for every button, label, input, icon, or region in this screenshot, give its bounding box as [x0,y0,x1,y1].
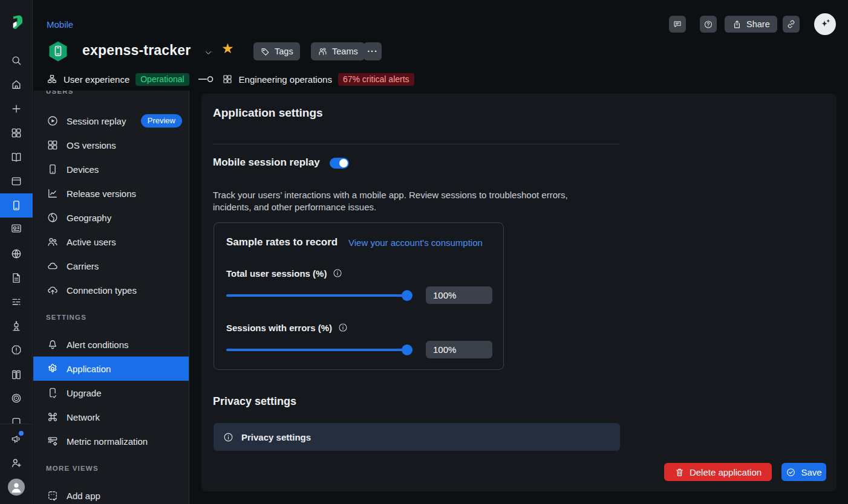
ai-assistant-button[interactable] [814,13,836,35]
sidebar-item-label: Geography [67,213,111,223]
sidebar-item-label: Release versions [67,189,136,199]
favorite-star-icon[interactable]: ★ [221,42,234,56]
app-hexagon-icon [47,40,69,65]
session-replay-label: Mobile session replay [213,157,320,169]
share-button[interactable]: Share [725,16,777,33]
sidebar-section-users: USERS [46,91,74,95]
sidebar-item-alert-conditions[interactable]: Alert conditions [33,332,189,357]
grid-icon [47,139,59,151]
error-sessions-input[interactable] [426,341,492,358]
slider-thumb[interactable] [402,344,413,355]
clipped-app-icon[interactable] [0,415,33,424]
goals-target-icon[interactable] [0,386,33,410]
sidebar-item-geography[interactable]: Geography [33,205,189,230]
sidebar-item-application[interactable]: Application [33,357,189,381]
sidebar-item-metric-normalization[interactable]: Metric normalization [33,429,189,453]
sidebar-item-add-app[interactable]: Add app [33,483,189,504]
rail-divider [0,424,33,424]
plus-icon[interactable] [0,97,33,121]
web-browser-icon[interactable] [0,169,33,193]
sidebar-item-active-users[interactable]: Active users [33,230,189,254]
globe-icon [47,212,59,224]
announcements-megaphone-icon[interactable] [0,427,33,451]
link-icon [786,19,796,30]
privacy-banner-label: Privacy settings [241,432,311,442]
users-icon [47,236,59,248]
teams-icon [318,47,328,57]
entity-left-name[interactable]: User experience [64,74,129,85]
tags-button[interactable]: Tags [253,42,300,60]
sidebar-item-upgrade[interactable]: Upgrade [33,381,189,405]
globe-internet-icon[interactable] [0,242,33,266]
problems-alert-icon[interactable] [0,338,33,362]
infrastructure-hosts-icon[interactable] [0,363,33,387]
tag-icon [260,47,270,57]
feedback-chat-button[interactable] [669,16,686,33]
user-avatar[interactable] [8,479,25,496]
logs-list-icon[interactable] [0,290,33,314]
icon-rail [0,0,33,504]
sidebar-item-session-replay[interactable]: Session replay Preview [33,109,189,133]
total-sessions-slider[interactable] [226,290,413,301]
card-title: Sample rates to record [226,236,338,248]
status-badge-critical-alerts: 67% critical alerts [338,73,414,86]
sidebar-nav: USERS Session replay Preview OS versions… [33,91,189,504]
error-sessions-slider[interactable] [226,344,413,355]
total-sessions-label: Total user sessions (%) [226,268,343,279]
sidebar-item-os-versions[interactable]: OS versions [33,133,189,157]
breadcrumb-mobile-link[interactable]: Mobile [47,19,73,30]
delete-application-button[interactable]: Delete application [664,463,772,481]
mobile-app-icon[interactable] [0,193,33,218]
help-button[interactable] [700,16,717,33]
document-icon[interactable] [0,266,33,290]
total-sessions-input[interactable] [426,286,492,304]
sidebar-item-label: Devices [67,164,99,175]
sidebar-item-carriers[interactable]: Carriers [33,254,189,278]
save-button[interactable]: Save [781,463,826,481]
sidebar-item-devices[interactable]: Devices [33,157,189,181]
copy-link-button[interactable] [783,16,800,33]
sparkle-icon [818,18,832,31]
trash-icon [674,467,685,477]
application-settings-panel: Application settings Mobile session repl… [201,94,837,491]
slider-track [226,349,413,351]
sidebar-item-label: OS versions [67,140,116,150]
session-replay-description: Track your users’ interactions with a mo… [213,189,605,213]
sidebar-item-release-versions[interactable]: Release versions [33,181,189,205]
sidebar-item-label: Active users [67,237,116,247]
slider-thumb[interactable] [402,290,413,301]
learn-book-icon[interactable] [0,145,33,169]
cloud-upload-icon [47,284,59,296]
slider-track [226,294,413,297]
sidebar-item-connection-types[interactable]: Connection types [33,278,189,302]
rows-gear-icon [47,435,59,447]
add-app-icon [47,489,59,502]
apps-grid-icon[interactable] [0,121,33,145]
more-options-button[interactable]: ··· [364,42,382,60]
sidebar-item-network[interactable]: Network [33,405,189,429]
invite-user-icon[interactable] [0,451,33,475]
search-icon[interactable] [0,48,33,73]
entity-status-row: User experience Operational Engineering … [47,72,414,86]
teams-button[interactable]: Teams [311,42,365,60]
dynatrace-logo-icon[interactable] [7,13,25,34]
info-icon[interactable] [338,322,348,333]
home-icon[interactable] [0,73,33,97]
session-replay-toggle[interactable] [330,158,349,169]
consumption-link[interactable]: View your account's consumption [348,237,483,248]
page-title: expenss-tracker [82,42,191,59]
chevron-down-icon[interactable] [204,48,213,57]
bell-icon [47,338,59,351]
automation-robot-icon[interactable] [0,314,33,338]
sidebar-item-label: Session replay [67,116,126,126]
mobile-icon [47,163,59,175]
play-circle-icon [47,115,59,127]
share-upload-icon [732,19,742,30]
sidebar-item-label: Carriers [67,261,99,271]
entity-right-name[interactable]: Engineering operations [239,74,332,85]
privacy-settings-accordion[interactable]: Privacy settings [214,423,620,451]
cloud-icon [47,260,59,272]
info-icon[interactable] [332,268,343,279]
smartscape-grid-icon [222,74,233,85]
dashboards-report-icon[interactable] [0,216,33,241]
